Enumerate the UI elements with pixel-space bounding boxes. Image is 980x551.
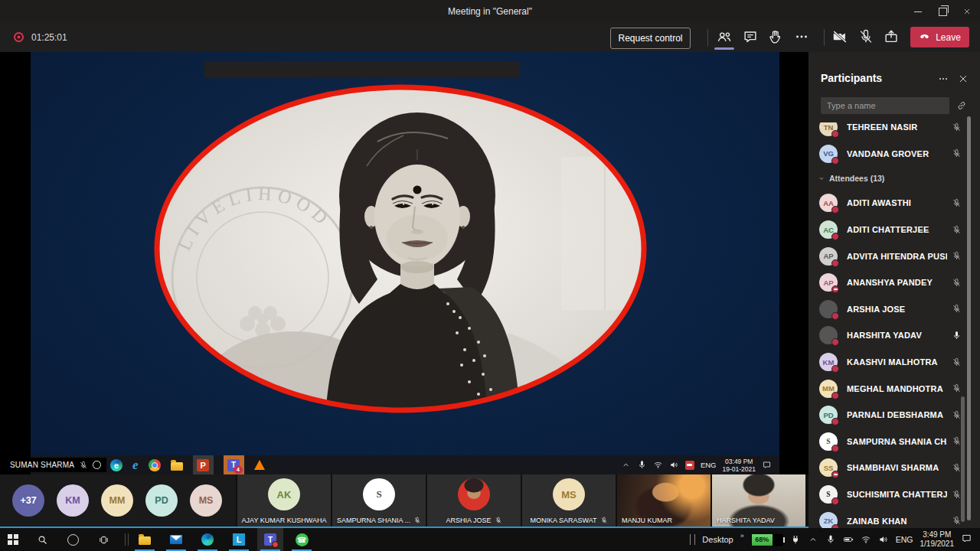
language-indicator[interactable]: ENG	[701, 461, 717, 469]
avatar: AA	[819, 194, 838, 212]
overflow-avatar[interactable]: MM	[101, 484, 133, 517]
overflow-avatar[interactable]: +37	[12, 484, 44, 517]
panel-close-button[interactable]	[957, 73, 969, 85]
mail-icon	[170, 535, 182, 544]
panel-scrollbar[interactable]	[967, 116, 971, 520]
presence-badge	[831, 471, 839, 478]
tile-name: MANJU KUMAR	[622, 517, 672, 524]
speaker-icon[interactable]	[669, 460, 679, 470]
share-invite-button[interactable]	[956, 99, 968, 112]
file-explorer-icon[interactable]	[171, 462, 183, 471]
participant-row[interactable]: SS SHAMBHAVI SHARMA	[808, 455, 969, 481]
chat-button[interactable]	[742, 28, 759, 45]
attendees-section-header[interactable]: Attendees (13)	[808, 167, 969, 190]
minimize-button[interactable]	[905, 0, 931, 23]
mic-tray-icon[interactable]	[825, 534, 836, 545]
teams-tray-icon[interactable]	[685, 461, 694, 470]
list-scrollbar[interactable]	[961, 396, 965, 522]
mic-toggle-button[interactable]	[858, 28, 874, 45]
presenter-name: SUMAN SHARMA	[10, 461, 74, 469]
participant-row[interactable]: KM KAASHVI MALHOTRA	[808, 349, 969, 376]
request-control-button[interactable]: Request control	[610, 28, 691, 49]
chevron-up-icon[interactable]	[621, 460, 631, 470]
teams-button[interactable]: T	[257, 528, 283, 551]
edge-button[interactable]	[194, 528, 220, 551]
task-view-button[interactable]	[90, 528, 116, 551]
overflow-avatar[interactable]: MS	[190, 484, 222, 517]
search-button[interactable]	[29, 528, 55, 551]
mic-off-icon	[600, 517, 608, 524]
chrome-icon[interactable]	[149, 459, 161, 471]
wifi-icon[interactable]	[861, 534, 871, 545]
close-button[interactable]	[954, 0, 980, 23]
participant-row[interactable]: AC ADITI CHATTERJEE	[808, 217, 969, 243]
participant-tile[interactable]: S SAMPURNA SHANIA ...	[332, 474, 426, 527]
task-view-icon	[98, 534, 109, 546]
leave-button[interactable]: Leave	[910, 27, 969, 47]
participant-row[interactable]: AA ADITI AWASTHI	[808, 190, 969, 217]
camera-toggle-button[interactable]	[831, 28, 848, 45]
app-l-button[interactable]: L	[226, 528, 252, 551]
presence-badge	[831, 497, 839, 505]
os-taskbar: L T ☎ Desktop » 68% ENG 3:49 PM 1/19/202…	[0, 528, 980, 551]
participant-row[interactable]: AP ADVITA HITENDRA PUSDE...	[808, 243, 969, 269]
share-tray-button[interactable]	[883, 28, 900, 45]
vlc-icon[interactable]	[254, 460, 265, 470]
mail-button[interactable]	[163, 528, 189, 551]
participant-tile[interactable]: ARSHIA JOSE	[427, 474, 521, 527]
teams-icon: T 4	[227, 459, 240, 471]
battery-icon[interactable]	[843, 534, 854, 545]
participant-tile[interactable]: AK AJAY KUMAR KUSHWAHA	[237, 474, 331, 527]
chevron-up-icon[interactable]	[808, 534, 818, 545]
participant-row[interactable]: S SAMPURNA SHANIA CHAK...	[808, 429, 969, 455]
clock[interactable]: 3:49 PM 1/19/2021	[920, 530, 955, 549]
participant-name: ADITI AWASTHI	[847, 198, 947, 207]
start-button[interactable]	[0, 528, 26, 551]
overflow-avatar[interactable]: PD	[145, 484, 178, 517]
avatar: AK	[268, 478, 300, 510]
action-center-button[interactable]	[961, 533, 972, 547]
internet-explorer-icon[interactable]: e	[132, 459, 139, 471]
whatsapp-icon: ☎	[296, 533, 309, 546]
participant-search-input[interactable]	[821, 97, 949, 114]
participant-row[interactable]: MM MEGHAL MANDHOTRA	[808, 375, 969, 402]
more-options-button[interactable]	[793, 28, 810, 45]
tile-name: ARSHIA JOSE	[446, 517, 491, 524]
participant-row[interactable]: VG VANDANA GROVER	[808, 141, 969, 168]
toolbar-grip[interactable]	[690, 534, 695, 545]
restore-button[interactable]	[929, 0, 956, 23]
whatsapp-button[interactable]: ☎	[289, 528, 315, 551]
attendees-header-label: Attendees (13)	[829, 174, 884, 183]
participant-row[interactable]: AP ANANSHYA PANDEY	[808, 269, 969, 296]
edge-logo-letter: e	[114, 461, 119, 470]
participant-row[interactable]: HARSHITA YADAV	[808, 322, 969, 349]
teams-taskbar-button[interactable]: T 4	[224, 455, 244, 474]
cortana-button[interactable]	[60, 528, 86, 551]
mic-off-icon	[952, 383, 962, 393]
participant-tile[interactable]: HARSHITA YADAV	[712, 474, 805, 527]
participant-row[interactable]: TN TEHREEN NASIR	[808, 122, 969, 141]
participant-tile[interactable]: MS MONIKA SARASWAT	[522, 474, 616, 527]
ie-logo-letter: e	[132, 458, 139, 472]
mic-tray-icon[interactable]	[637, 460, 647, 470]
people-button[interactable]	[716, 28, 733, 45]
participant-tile[interactable]: MANJU KUMAR	[617, 474, 710, 527]
participant-row[interactable]: ARSHIA JOSE	[808, 296, 969, 323]
notification-center-icon[interactable]	[762, 460, 772, 470]
powerpoint-taskbar-button[interactable]: P	[193, 455, 214, 474]
panel-more-button[interactable]	[937, 73, 949, 85]
language-indicator[interactable]: ENG	[896, 535, 913, 544]
speaker-icon[interactable]	[878, 534, 889, 545]
desktop-toolbar-label[interactable]: Desktop	[702, 535, 733, 544]
participant-row[interactable]: ZK ZAINAB KHAN	[808, 507, 969, 528]
participant-row[interactable]: PD PARNALI DEBSHARMA	[808, 402, 969, 429]
overflow-avatar[interactable]: KM	[57, 484, 89, 517]
file-explorer-button[interactable]	[132, 528, 158, 551]
participant-row[interactable]: S SUCHISMITA CHATTERJEE	[808, 481, 969, 508]
toolbar-overflow-chevrons[interactable]: »	[740, 532, 744, 540]
edge-icon[interactable]: e	[110, 459, 122, 471]
wifi-icon[interactable]	[653, 460, 663, 470]
window-titlebar: Meeting in "General"	[0, 0, 980, 23]
close-icon	[957, 73, 969, 85]
raise-hand-button[interactable]	[767, 28, 784, 45]
